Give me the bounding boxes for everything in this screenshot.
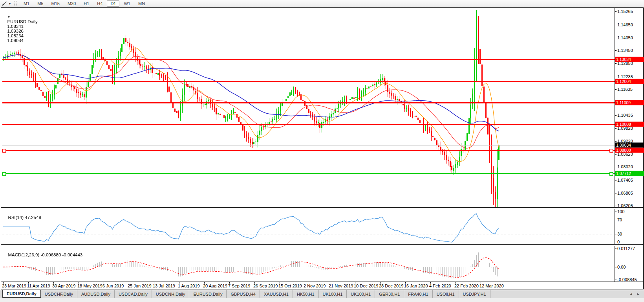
tab-scroll-right-icon[interactable]: ► bbox=[637, 292, 640, 296]
date-axis-label: 4 Feb 2020 bbox=[429, 284, 451, 288]
date-axis-label: 2 Nov 2019 bbox=[304, 284, 326, 288]
line-drag-handle[interactable] bbox=[2, 172, 6, 176]
macd-indicator-canvas[interactable] bbox=[2, 246, 615, 282]
rsi-axis-tick bbox=[615, 242, 617, 242]
line-drag-handle[interactable] bbox=[609, 172, 613, 176]
date-axis-label: 15 Oct 2019 bbox=[278, 284, 302, 288]
macd-axis-label: -0.008845 bbox=[617, 277, 637, 282]
symbol-tab-xauusd-h1[interactable]: XAUUSD,H1 bbox=[260, 290, 293, 298]
price-axis-label: 1.08020 bbox=[617, 164, 633, 169]
price-axis-label: 1.15265 bbox=[617, 9, 633, 14]
rsi-axis-label: 100 bbox=[617, 209, 624, 214]
symbol-tab-audusd-daily[interactable]: AUDUSD,Daily bbox=[77, 290, 115, 298]
symbol-tab-uk100-h1[interactable]: UK100,H1 bbox=[319, 290, 347, 298]
macd-axis-label: 0.011277 bbox=[617, 246, 635, 251]
symbol-tab-uk100-h1[interactable]: UK100,H1 bbox=[347, 290, 375, 298]
price-axis-tick bbox=[615, 206, 617, 206]
price-axis-label: 1.06205 bbox=[617, 203, 633, 208]
horizontal-line-object[interactable] bbox=[2, 150, 615, 151]
timeframe-button-m1[interactable]: M1 bbox=[20, 0, 33, 7]
timeframe-button-m15[interactable]: M15 bbox=[48, 0, 63, 7]
toolbar-drag-handle[interactable] bbox=[14, 1, 17, 6]
price-axis-label: 1.11635 bbox=[617, 87, 633, 92]
symbol-tab-bar: EURUSD,DailyUSDCHF,DailyAUDUSD,DailyUSDC… bbox=[0, 290, 644, 298]
symbol-tab-ger30-h1[interactable]: GER30,H1 bbox=[375, 290, 404, 298]
date-axis-label: 16 Jan 2020 bbox=[404, 284, 428, 288]
price-level-badge: 1.13034 bbox=[615, 57, 644, 62]
symbol-tab-hk50-h1[interactable]: HK50,H1 bbox=[293, 290, 319, 298]
date-axis-label: 13 Jul 2019 bbox=[153, 284, 175, 288]
price-axis-label: 1.06805 bbox=[617, 191, 633, 195]
symbol-tab-usoil-h1[interactable]: USOil,H1 bbox=[433, 290, 459, 298]
horizontal-line-object[interactable] bbox=[2, 173, 615, 174]
price-level-badge: 1.11009 bbox=[615, 100, 644, 105]
price-level-badge: 1.09034 bbox=[615, 143, 644, 148]
date-axis-label: 12 Mar 2020 bbox=[479, 284, 504, 288]
macd-axis-tick bbox=[615, 249, 617, 249]
rsi-pane-label: RSI(14) 47.2549 bbox=[5, 210, 41, 220]
rsi-indicator-canvas[interactable] bbox=[2, 209, 615, 244]
symbol-tab-usdchf-daily[interactable]: USDCHF,Daily bbox=[41, 290, 77, 298]
line-drag-handle[interactable] bbox=[2, 149, 6, 153]
date-axis-label: 21 Nov 2019 bbox=[329, 284, 353, 288]
chart-header-collapse-icon[interactable]: ▼ bbox=[7, 15, 10, 19]
chart-ohlc-header: ▼ EURUSD,Daily 1.08341 1.09326 1.08264 1… bbox=[5, 10, 39, 43]
tab-scroll-left-icon[interactable]: ◄ bbox=[629, 292, 633, 296]
horizontal-line-object[interactable] bbox=[2, 81, 615, 82]
price-axis-tick bbox=[615, 89, 617, 90]
rsi-axis-label: 30 bbox=[617, 232, 622, 236]
price-axis-tick bbox=[615, 38, 617, 38]
date-axis-label: 18 May 2019 bbox=[77, 284, 102, 288]
timeframe-button-w1[interactable]: W1 bbox=[120, 0, 134, 7]
status-strip bbox=[0, 298, 644, 302]
rsi-axis-tick bbox=[615, 220, 617, 220]
ohlc-low: 1.08264 bbox=[7, 33, 24, 38]
timeframe-button-d1[interactable]: D1 bbox=[107, 0, 119, 7]
price-axis-tick bbox=[615, 25, 617, 25]
date-axis-label: 6 Jun 2019 bbox=[102, 284, 124, 288]
date-axis-label: 25 Jun 2019 bbox=[128, 284, 152, 288]
timeframe-button-group: M1M5M15M30H1H4D1W1MN bbox=[18, 0, 150, 7]
symbol-tab-usdcad-daily[interactable]: USDCAD,Daily bbox=[115, 290, 152, 298]
price-level-badge: 1.08800 bbox=[615, 148, 644, 153]
date-axis-label: 20 Aug 2019 bbox=[203, 284, 227, 288]
horizontal-line-object[interactable] bbox=[2, 102, 615, 103]
tool-dropdown-caret-icon[interactable]: ▼ bbox=[8, 2, 11, 6]
symbol-tab-usdjpy-h1[interactable]: USDJPY,H1 bbox=[459, 290, 490, 298]
horizontal-line-object[interactable] bbox=[2, 59, 615, 60]
price-axis-tick bbox=[615, 193, 617, 193]
price-level-badge: 1.12004 bbox=[615, 79, 644, 84]
timeframe-button-h1[interactable]: H1 bbox=[80, 0, 93, 7]
date-axis-label: 10 Dec 2019 bbox=[354, 284, 378, 288]
crosshair-tool-icon[interactable] bbox=[2, 1, 7, 6]
date-axis-label: 7 Sep 2019 bbox=[228, 284, 250, 288]
macd-axis-tick bbox=[615, 280, 617, 280]
line-drag-handle[interactable] bbox=[609, 149, 613, 153]
timeframe-button-m30[interactable]: M30 bbox=[64, 0, 79, 7]
price-level-badge: 1.10008 bbox=[615, 122, 644, 127]
rsi-axis-tick bbox=[615, 212, 617, 212]
symbol-tab-eurusd-daily[interactable]: EURUSD,Daily bbox=[189, 290, 227, 298]
price-axis-tick bbox=[615, 50, 617, 51]
symbol-tab-usdcnh-daily[interactable]: USDCNH,Daily bbox=[152, 290, 190, 298]
date-axis-label: 11 Apr 2019 bbox=[27, 284, 50, 288]
price-axis-label: 1.07405 bbox=[617, 178, 633, 182]
timeframe-button-h4[interactable]: H4 bbox=[93, 0, 106, 7]
date-axis-label: 23 Mar 2019 bbox=[2, 284, 26, 288]
horizontal-line-object[interactable] bbox=[2, 124, 615, 125]
price-axis-label: 1.14650 bbox=[617, 22, 633, 27]
current-price-line[interactable] bbox=[2, 145, 615, 145]
symbol-tab-gbpusd-h4[interactable]: GBPUSD,H4 bbox=[227, 290, 260, 298]
price-axis-label: 1.12235 bbox=[617, 74, 633, 79]
timeframe-button-m5[interactable]: M5 bbox=[34, 0, 47, 7]
rsi-axis-tick bbox=[615, 234, 617, 234]
price-axis-tick bbox=[615, 180, 617, 180]
date-axis-label: 26 Sep 2019 bbox=[253, 284, 278, 288]
symbol-tab-fra40-h1[interactable]: FRA40,H1 bbox=[404, 290, 432, 298]
price-axis-tick bbox=[615, 141, 617, 142]
rsi-axis-label: 70 bbox=[617, 217, 622, 222]
price-axis-tick bbox=[615, 128, 617, 129]
price-chart-canvas[interactable] bbox=[2, 8, 615, 207]
timeframe-button-mn[interactable]: MN bbox=[135, 0, 148, 7]
symbol-tab-eurusd-daily[interactable]: EURUSD,Daily bbox=[2, 290, 41, 298]
